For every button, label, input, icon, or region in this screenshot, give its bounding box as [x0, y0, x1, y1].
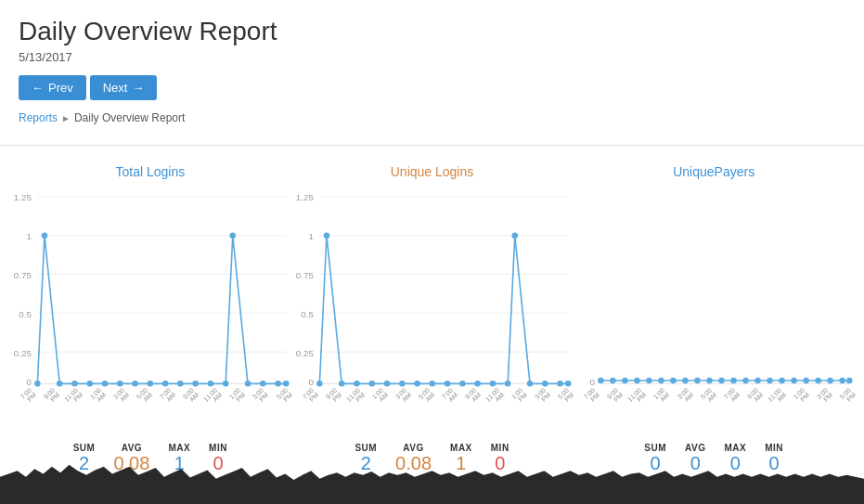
svg-point-83 [828, 378, 834, 384]
svg-point-12 [34, 381, 41, 387]
stat-max: MAX 1 [168, 443, 190, 474]
min-label-up: MIN [765, 443, 783, 453]
svg-text:0.75: 0.75 [14, 270, 32, 280]
chart-svg-total-logins: 1.25 1 0.75 0.5 0.25 0 [9, 187, 291, 391]
avg-label: AVG [122, 443, 142, 453]
stat-max-ul: MAX 1 [450, 443, 472, 474]
chart-svg-unique-logins: 1.25 1 0.75 0.5 0.25 0 [291, 187, 574, 391]
svg-point-60 [557, 381, 563, 387]
svg-point-69 [659, 378, 665, 384]
svg-point-84 [840, 378, 846, 384]
sum-value: 2 [79, 453, 89, 474]
prev-button[interactable]: ← Prev [19, 75, 86, 100]
chart-area-total-logins: 1.25 1 0.75 0.5 0.25 0 [9, 187, 291, 391]
svg-text:0.25: 0.25 [296, 348, 315, 358]
breadcrumb-current: Daily Overview Report [74, 111, 185, 124]
nav-buttons: ← Prev Next → [19, 75, 845, 100]
svg-point-14 [57, 381, 63, 387]
svg-point-72 [695, 378, 702, 384]
svg-point-59 [542, 381, 548, 387]
svg-point-85 [846, 378, 853, 384]
chart-unique-logins: Unique Logins 1.25 1 0.75 0.5 0.25 0 [291, 164, 574, 474]
max-value-ul: 1 [456, 453, 466, 474]
svg-point-15 [71, 381, 78, 387]
svg-point-44 [323, 233, 329, 239]
min-label: MIN [209, 443, 227, 453]
chart-svg-unique-payers: 0 [573, 187, 855, 391]
avg-label-ul: AVG [403, 443, 423, 453]
chart-unique-payers: UniquePayers 0 [573, 164, 855, 474]
avg-value-ul: 0.08 [395, 453, 432, 474]
max-label-ul: MAX [450, 443, 472, 453]
svg-text:0: 0 [308, 377, 314, 387]
svg-point-65 [610, 378, 616, 384]
sum-value-ul: 2 [361, 453, 371, 474]
svg-point-70 [671, 378, 677, 384]
stat-min: MIN 0 [209, 443, 227, 474]
svg-point-21 [162, 381, 169, 387]
sum-label: SUM [73, 443, 96, 453]
page-date: 5/13/2017 [19, 50, 845, 64]
svg-text:1.25: 1.25 [296, 192, 315, 202]
stats-total-logins: SUM 2 AVG 0.08 MAX 1 MIN 0 [73, 443, 227, 474]
svg-text:0.25: 0.25 [14, 348, 32, 358]
stat-min-up: MIN 0 [765, 443, 783, 474]
svg-text:0.75: 0.75 [296, 270, 315, 280]
svg-point-64 [598, 378, 604, 384]
svg-point-81 [804, 378, 810, 384]
charts-container: Total Logins 1.25 1 0.75 0.5 0.25 0 [0, 146, 864, 484]
max-label-up: MAX [724, 443, 746, 453]
chart-title-total-logins: Total Logins [115, 164, 185, 179]
svg-point-23 [192, 381, 199, 387]
svg-point-74 [719, 378, 726, 384]
chart-area-unique-payers: 0 [573, 187, 855, 391]
svg-point-48 [383, 381, 390, 387]
arrow-left-icon: ← [32, 81, 44, 95]
svg-point-18 [117, 381, 123, 387]
svg-text:1: 1 [308, 231, 313, 241]
svg-point-79 [780, 378, 786, 384]
avg-label-up: AVG [685, 443, 705, 453]
svg-point-51 [429, 381, 435, 387]
min-value-ul: 0 [495, 453, 505, 474]
max-label: MAX [168, 443, 190, 453]
svg-point-78 [767, 378, 774, 384]
breadcrumb-reports-link[interactable]: Reports [19, 111, 58, 124]
svg-point-25 [223, 381, 229, 387]
svg-point-61 [565, 381, 572, 387]
svg-text:0.5: 0.5 [19, 309, 32, 319]
stats-unique-payers: SUM 0 AVG 0 MAX 0 MIN 0 [644, 443, 783, 474]
svg-point-17 [102, 381, 109, 387]
svg-point-66 [622, 378, 628, 384]
breadcrumb-separator: ► [61, 113, 71, 123]
svg-point-28 [260, 381, 266, 387]
svg-point-19 [132, 381, 138, 387]
x-labels-unique-logins: 7:00 PM 9:00 PM 11:00 PM 1:00 AM 3:00 AM… [291, 393, 574, 406]
svg-point-57 [511, 233, 518, 239]
svg-point-16 [87, 381, 94, 387]
svg-point-45 [339, 381, 345, 387]
chart-total-logins: Total Logins 1.25 1 0.75 0.5 0.25 0 [9, 164, 291, 474]
svg-point-24 [208, 381, 214, 387]
x-labels-unique-payers: 7:00 PM 9:00 PM 11:00 PM 1:00 AM 3:00 AM… [573, 393, 855, 406]
svg-point-20 [148, 381, 154, 387]
min-value-up: 0 [769, 453, 780, 474]
svg-point-13 [42, 233, 48, 239]
svg-point-55 [489, 381, 496, 387]
stat-sum-up: SUM 0 [644, 443, 666, 474]
arrow-right-icon: → [132, 81, 144, 95]
svg-point-43 [316, 381, 323, 387]
svg-point-29 [275, 381, 281, 387]
svg-point-53 [459, 381, 466, 387]
svg-point-67 [635, 378, 641, 384]
stat-avg-up: AVG 0 [685, 443, 705, 474]
svg-text:1.25: 1.25 [14, 192, 32, 202]
page-header: Daily Overview Report 5/13/2017 ← Prev N… [0, 0, 864, 134]
svg-point-76 [743, 378, 750, 384]
stat-sum: SUM 2 [73, 443, 96, 474]
min-value: 0 [213, 453, 223, 474]
next-button[interactable]: Next → [90, 75, 158, 100]
svg-point-49 [399, 381, 406, 387]
svg-point-54 [474, 381, 481, 387]
svg-point-27 [245, 381, 251, 387]
